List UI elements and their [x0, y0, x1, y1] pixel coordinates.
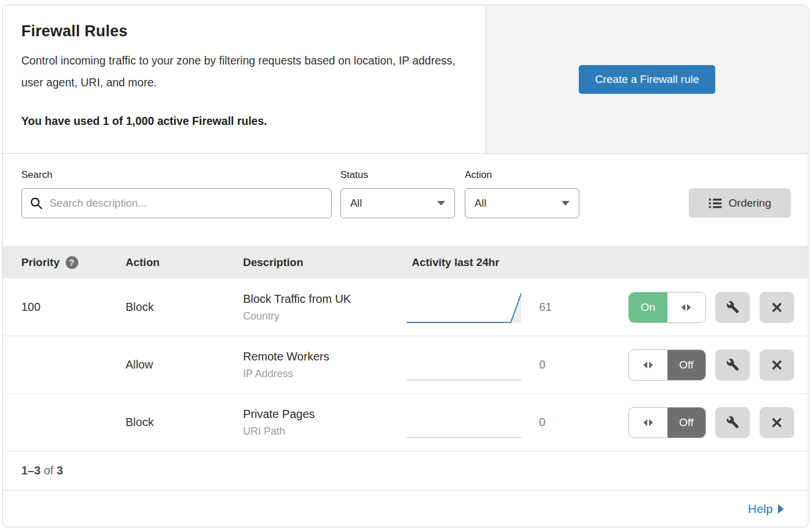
pagination-range: 1–3	[21, 464, 40, 477]
description-column-header: Description	[243, 256, 406, 269]
rule-enabled-toggle[interactable]: Off	[628, 407, 706, 438]
header-text-block: Firewall Rules Control incoming traffic …	[3, 5, 485, 153]
rule-action: Block	[126, 416, 243, 429]
toggle-off-label: Off	[667, 350, 706, 380]
arrow-right-icon	[778, 504, 784, 514]
usage-summary: You have used 1 of 1,000 active Firewall…	[21, 115, 462, 128]
table-row: 100 Block Block Traffic from UK Country …	[3, 279, 808, 336]
table-row: Block Private Pages URI Path 0 Off	[3, 394, 808, 451]
status-select[interactable]: All	[340, 188, 455, 218]
activity-column-header: Activity last 24hr	[406, 256, 628, 269]
search-icon	[29, 196, 43, 210]
status-selected-value: All	[350, 197, 362, 210]
toggle-on-label: On	[629, 292, 667, 322]
action-label: Action	[465, 169, 579, 181]
activity-sparkline	[406, 406, 524, 439]
help-bar: Help	[3, 491, 808, 527]
create-firewall-rule-button[interactable]: Create a Firewall rule	[579, 65, 715, 94]
table-header-row: Priority ? Action Description Activity l…	[3, 246, 808, 279]
rule-type: URI Path	[243, 425, 406, 438]
action-selected-value: All	[475, 197, 487, 210]
rule-priority: 100	[21, 301, 126, 314]
rule-description: Block Traffic from UK	[243, 292, 406, 306]
action-select[interactable]: All	[465, 188, 579, 218]
pagination-total: 3	[56, 464, 63, 477]
help-link[interactable]: Help	[748, 502, 784, 516]
wrench-icon	[726, 358, 739, 371]
ordering-button[interactable]: Ordering	[689, 188, 791, 218]
page-title: Firewall Rules	[21, 22, 462, 40]
close-icon	[771, 359, 783, 371]
close-icon	[771, 417, 783, 428]
toggle-off-label: Off	[667, 408, 706, 438]
activity-sparkline	[406, 291, 524, 324]
ordering-button-label: Ordering	[728, 197, 771, 210]
toggle-drag-handle-icon	[667, 292, 706, 322]
activity-count: 61	[524, 301, 628, 314]
activity-count: 0	[524, 358, 628, 371]
activity-count: 0	[524, 416, 628, 429]
page-description: Control incoming traffic to your zone by…	[21, 50, 462, 93]
close-icon	[771, 302, 783, 313]
header-section: Firewall Rules Control incoming traffic …	[3, 5, 808, 154]
priority-column-header: Priority	[21, 256, 60, 269]
search-label: Search	[21, 169, 332, 181]
chevron-down-icon	[561, 201, 570, 206]
list-ordering-icon	[708, 197, 722, 210]
activity-sparkline	[406, 348, 524, 382]
table-row: Allow Remote Workers IP Address 0 Off	[3, 336, 808, 394]
delete-rule-button[interactable]	[760, 349, 794, 381]
firewall-rules-panel: Firewall Rules Control incoming traffic …	[2, 5, 809, 527]
delete-rule-button[interactable]	[760, 292, 794, 323]
rule-enabled-toggle[interactable]: Off	[628, 349, 706, 381]
rule-action: Block	[126, 301, 243, 314]
toggle-drag-handle-icon	[629, 350, 667, 380]
priority-help-icon[interactable]: ?	[66, 256, 78, 269]
toggle-drag-handle-icon	[629, 408, 667, 438]
rule-enabled-toggle[interactable]: On	[628, 292, 706, 323]
rules-table: Priority ? Action Description Activity l…	[3, 246, 808, 451]
rule-action: Allow	[126, 358, 243, 371]
help-link-label: Help	[748, 502, 773, 516]
wrench-icon	[726, 416, 739, 429]
chevron-down-icon	[437, 201, 445, 206]
pagination-bar: 1–3 of 3	[3, 451, 808, 491]
action-column-header: Action	[126, 256, 243, 269]
rule-type: IP Address	[243, 368, 406, 380]
edit-rule-button[interactable]	[715, 349, 750, 381]
pagination-of: of	[44, 464, 54, 477]
filters-section: Search Status All Action	[3, 154, 808, 246]
delete-rule-button[interactable]	[760, 407, 794, 438]
rule-type: Country	[243, 310, 406, 322]
header-action-panel: Create a Firewall rule	[485, 5, 808, 153]
status-label: Status	[340, 169, 455, 181]
edit-rule-button[interactable]	[715, 292, 750, 323]
rule-description: Remote Workers	[243, 350, 406, 363]
rule-description: Private Pages	[243, 408, 406, 421]
wrench-icon	[726, 301, 739, 314]
edit-rule-button[interactable]	[715, 407, 750, 438]
search-input[interactable]	[21, 188, 332, 218]
